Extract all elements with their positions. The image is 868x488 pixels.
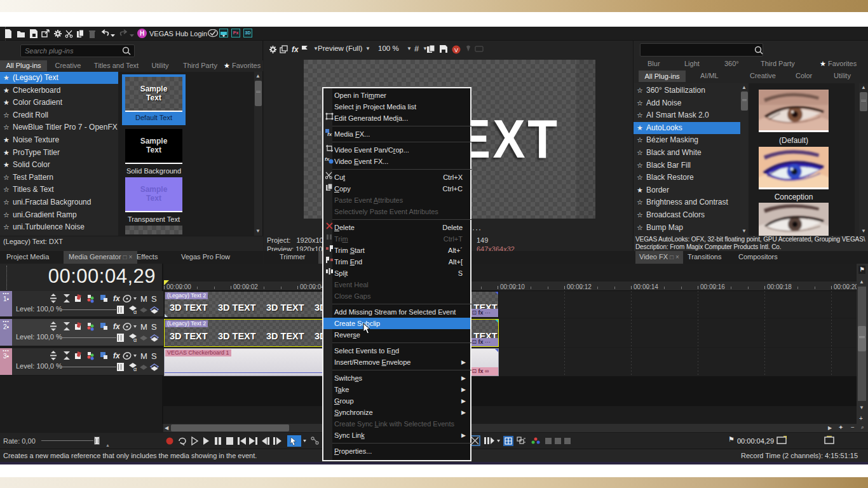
svg-text:S: S: [151, 294, 157, 304]
svg-text:S: S: [151, 322, 157, 332]
svg-text:M: M: [140, 294, 147, 304]
svg-text:α: α: [133, 309, 137, 315]
svg-text:α: α: [133, 337, 137, 342]
svg-text:M: M: [140, 351, 147, 361]
svg-text:fx: fx: [325, 156, 330, 162]
svg-text:fx: fx: [113, 294, 121, 303]
svg-text:M: M: [140, 322, 147, 332]
svg-text:α: α: [133, 366, 137, 372]
svg-text:fx: fx: [327, 132, 332, 137]
svg-text:fx: fx: [292, 45, 299, 54]
svg-text:fx: fx: [113, 322, 121, 331]
svg-text:S: S: [151, 351, 157, 361]
svg-text:V: V: [454, 47, 458, 53]
svg-text:fx: fx: [113, 351, 121, 360]
